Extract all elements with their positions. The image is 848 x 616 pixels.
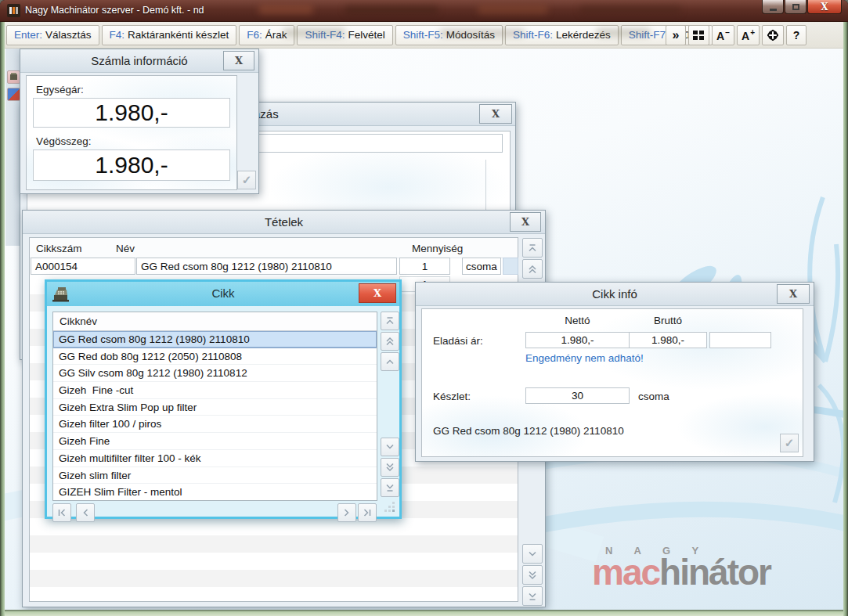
window-frame-right [843, 22, 848, 616]
total-field[interactable]: 1.980,- [33, 149, 230, 181]
minimize-button[interactable] [762, 0, 784, 14]
chevron-down-icon [527, 549, 538, 560]
double-chevron-up-icon [527, 264, 538, 275]
unit-price-field[interactable]: 1.980,- [33, 98, 230, 128]
nav-first-button[interactable] [52, 503, 71, 522]
list-item[interactable]: GIZEH Slim Filter - mentol [53, 484, 377, 501]
row1-code-field[interactable]: A000154 [31, 258, 135, 275]
minimize-icon [770, 9, 777, 11]
list-item[interactable]: Gizeh slim filter [53, 467, 377, 485]
item-info-titlebar[interactable]: Cikk infó X [416, 283, 814, 306]
close-icon: X [373, 287, 381, 299]
scroll-page-down-button[interactable] [522, 565, 543, 585]
item-info-close-button[interactable]: X [777, 284, 810, 304]
item-picker-titlebar[interactable]: Cikk X [47, 282, 399, 306]
background-window-close-button[interactable]: X [479, 104, 512, 124]
chevron-up-icon [384, 356, 395, 367]
extra-price-field[interactable] [709, 332, 771, 348]
more-button[interactable]: » [666, 25, 686, 45]
resize-grip[interactable] [387, 504, 395, 512]
list-scroll-first-button[interactable] [381, 312, 399, 330]
toolbar-label: Módosítás [446, 29, 495, 41]
item-info-confirm-button[interactable]: ✓ [780, 434, 799, 452]
stock-unit-label: csoma [638, 391, 669, 402]
scroll-page-up-button[interactable] [522, 259, 543, 279]
list-item[interactable]: Gizeh Fine [53, 433, 377, 450]
chevron-down-icon [384, 441, 395, 452]
invoice-info-close-button[interactable]: X [223, 51, 254, 70]
line-items-titlebar[interactable]: Tételek X [23, 211, 545, 234]
main-window: Nagy Machinátor szerver - Demó kft. - nd… [0, 0, 848, 616]
item-picker-title: Cikk [47, 286, 399, 300]
help-button[interactable]: ? [786, 25, 807, 45]
toolbar-key: Shift-F5: [403, 29, 443, 41]
list-item[interactable]: GG Red dob 80g 1212 (2050) 2110808 [53, 348, 377, 366]
nav-next-button[interactable] [337, 503, 356, 522]
cash-register-tile-icon[interactable] [7, 70, 20, 84]
list-item[interactable]: Gizeh Fine -cut [53, 382, 377, 399]
double-chevron-down-icon [384, 462, 395, 473]
item-list: Cikknév GG Red csom 80g 1212 (1980) 2110… [52, 312, 377, 501]
font-increase-button[interactable]: A+ [737, 25, 760, 45]
scroll-first-button[interactable] [522, 238, 543, 258]
list-scroll-page-up-button[interactable] [381, 332, 399, 351]
list-item[interactable]: GG Silv csom 80g 1212 (1980) 2110812 [53, 365, 377, 382]
list-item[interactable]: Gizeh multifilter filter 100 - kék [53, 450, 377, 467]
colored-app-tile-icon[interactable] [7, 88, 20, 101]
nav-last-button[interactable] [358, 503, 377, 522]
toolbar-button-select[interactable]: Enter:Választás [6, 25, 99, 45]
total-label: Végösszeg: [36, 135, 92, 147]
window-frame-bottom [0, 610, 848, 616]
grid-view-button[interactable] [688, 25, 709, 45]
list-scroll-page-down-button[interactable] [381, 458, 399, 477]
check-icon: ✓ [242, 173, 252, 187]
item-info-body: Nettó Bruttó Eladási ár: 1.980,- 1.980,-… [421, 308, 803, 457]
chevron-down-line-icon [527, 591, 538, 602]
row1-name-field[interactable]: GG Red csom 80g 1212 (1980) 2110810 [136, 258, 397, 275]
close-icon: X [235, 55, 243, 67]
close-button[interactable]: X [807, 0, 842, 14]
chevron-left-bar-icon [56, 507, 67, 518]
list-scroll-down-button[interactable] [381, 438, 399, 456]
invoice-info-confirm-button[interactable]: ✓ [237, 171, 256, 189]
row1-qty-field[interactable]: 1 [399, 258, 450, 275]
list-item[interactable]: Gizeh filter 100 / piros [53, 416, 377, 433]
list-scroll-up-button[interactable] [381, 352, 399, 371]
list-item[interactable]: Gizeh Extra Slim Pop up filter [53, 399, 377, 416]
list-item-selected[interactable]: GG Red csom 80g 1212 (1980) 2110810 [53, 331, 377, 348]
item-info-product-name: GG Red csom 80g 1212 (1980) 2110810 [433, 425, 624, 437]
toolbar-label: Lekérdezés [556, 29, 611, 41]
toolbar-label: Raktárankénti készlet [128, 29, 229, 41]
nav-previous-button[interactable] [76, 503, 95, 522]
net-column-header: Nettó [525, 315, 630, 326]
list-scroll-last-button[interactable] [381, 478, 399, 497]
net-price-field[interactable]: 1.980,- [525, 332, 630, 348]
toolbar-button-prices[interactable]: F6:Árak [239, 25, 294, 45]
invoice-info-titlebar[interactable]: Számla információ X [20, 49, 258, 73]
close-icon: X [492, 108, 500, 120]
row1-unit-field[interactable]: csoma [462, 258, 501, 275]
row1-extra-cell[interactable] [503, 258, 518, 275]
sale-price-label: Eladási ár: [433, 335, 483, 347]
toolbar-button-modify[interactable]: Shift-F5:Módosítás [395, 25, 503, 45]
brand-logo: N A G Y machinátor [592, 545, 827, 607]
gross-price-field[interactable]: 1.980,- [629, 332, 707, 348]
scroll-last-button[interactable] [522, 586, 543, 606]
stock-field[interactable]: 30 [525, 387, 630, 404]
maximize-button[interactable] [785, 0, 807, 14]
line-items-close-button[interactable]: X [510, 212, 541, 232]
toolbar-button-query[interactable]: Shift-F6:Lekérdezés [505, 25, 619, 45]
toolbar-key: F6: [247, 29, 262, 41]
font-decrease-button[interactable]: A− [712, 25, 734, 45]
toolbar-label: Felvétel [348, 29, 384, 41]
toolbar-button-warehouse-stock[interactable]: F4:Raktárankénti készlet [102, 25, 237, 45]
titlebar[interactable]: Nagy Machinátor szerver - Demó kft. - nd… [0, 0, 848, 22]
target-button[interactable] [762, 25, 784, 45]
item-picker-close-button[interactable]: X [359, 283, 396, 303]
app-icon [7, 4, 20, 17]
toolbar-button-add[interactable]: Shift-F4:Felvétel [297, 25, 392, 45]
scroll-down-button[interactable] [522, 544, 543, 564]
font-decrease-icon: A− [716, 28, 730, 42]
chevron-down-line-icon [384, 482, 395, 493]
chevron-left-icon [80, 507, 91, 518]
